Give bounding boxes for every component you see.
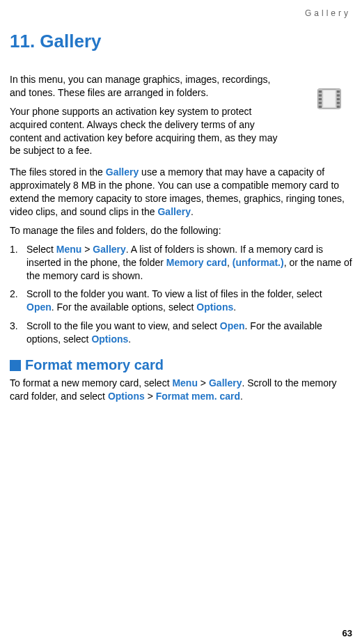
text: > <box>145 391 156 402</box>
text: . For the available options, select <box>52 301 197 313</box>
text: . <box>240 391 243 402</box>
steps-list: Select Menu > Gallery. A list of folders… <box>10 243 352 346</box>
open-highlight: Open <box>26 301 52 313</box>
content-area: In this menu, you can manage graphics, i… <box>10 73 352 403</box>
step-1: Select Menu > Gallery. A list of folders… <box>10 243 352 283</box>
intro-paragraph-1: In this menu, you can manage graphics, i… <box>10 73 288 100</box>
section-marker-icon <box>10 360 21 371</box>
open-highlight: Open <box>220 320 245 331</box>
text: To format a new memory card, select <box>10 377 172 388</box>
memory-card-highlight: Memory card <box>166 257 227 268</box>
gallery-highlight: Gallery <box>157 206 190 217</box>
menu-highlight: Menu <box>172 377 198 388</box>
text: > <box>198 377 209 388</box>
svg-rect-10 <box>337 98 340 100</box>
text: Scroll to the file you want to view, and… <box>26 320 220 331</box>
svg-rect-5 <box>319 98 322 100</box>
options-highlight: Options <box>196 301 233 313</box>
text: . <box>233 301 236 313</box>
step-3: Scroll to the file you want to view, and… <box>10 320 352 346</box>
text: Scroll to the folder you want. To view a… <box>26 288 322 299</box>
svg-rect-3 <box>319 91 322 93</box>
gallery-icon <box>312 81 348 121</box>
text: . <box>128 333 131 345</box>
text: , <box>227 257 233 268</box>
unformat-highlight: (unformat.) <box>233 257 284 268</box>
svg-rect-9 <box>337 94 340 96</box>
svg-rect-6 <box>319 102 322 104</box>
gallery-highlight: Gallery <box>209 377 242 388</box>
text: Select <box>26 244 56 255</box>
manage-lead: To manage the files and folders, do the … <box>10 224 352 237</box>
svg-rect-13 <box>323 91 335 107</box>
options-highlight: Options <box>91 333 128 345</box>
svg-rect-12 <box>337 106 340 108</box>
format-paragraph: To format a new memory card, select Menu… <box>10 377 352 403</box>
svg-rect-4 <box>319 94 322 96</box>
svg-rect-7 <box>319 106 322 108</box>
options-highlight: Options <box>108 391 145 402</box>
menu-highlight: Menu <box>56 244 82 255</box>
page-number: 63 <box>343 628 352 638</box>
text: . <box>191 206 194 217</box>
memory-paragraph: The files stored in the Gallery use a me… <box>10 166 352 219</box>
format-mem-highlight: Format mem. card <box>156 391 240 402</box>
chapter-title: 11. Gallery <box>10 31 352 52</box>
section-heading: Format memory card <box>10 356 352 375</box>
svg-rect-8 <box>337 91 340 93</box>
gallery-highlight: Gallery <box>93 244 125 255</box>
text: > <box>81 244 93 255</box>
svg-rect-11 <box>337 102 340 104</box>
page-header: Gallery <box>10 7 352 18</box>
intro-paragraph-2: Your phone supports an activation key sy… <box>10 105 288 158</box>
step-2: Scroll to the folder you want. To view a… <box>10 288 352 314</box>
section-title: Format memory card <box>25 356 164 375</box>
gallery-highlight: Gallery <box>106 166 139 178</box>
text: The files stored in the <box>10 166 106 178</box>
